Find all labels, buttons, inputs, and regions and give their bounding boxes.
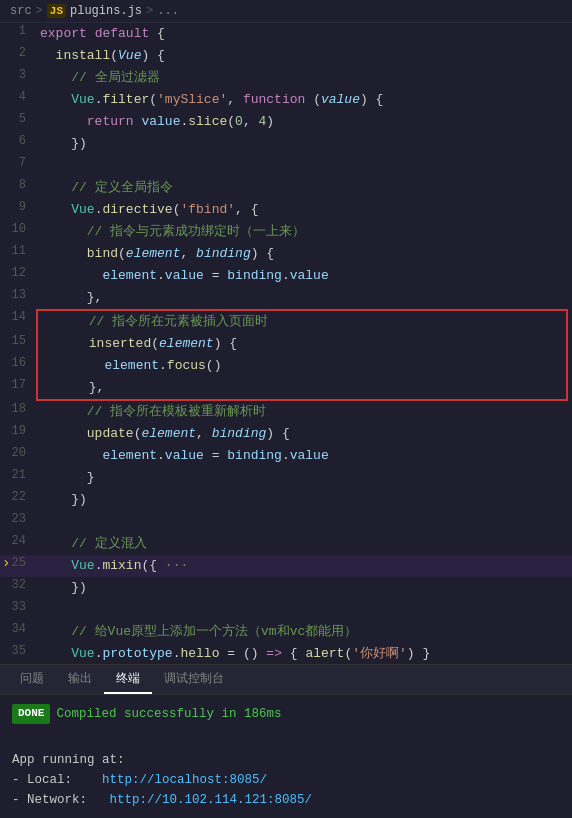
code-line-4: 4 Vue.filter('mySlice', function (value)… (0, 89, 572, 111)
code-line-10: 10 // 指令与元素成功绑定时（一上来） (0, 221, 572, 243)
breadcrumb-filename: plugins.js (70, 4, 142, 18)
line-content-10: // 指令与元素成功绑定时（一上来） (36, 221, 572, 243)
code-line-12: 12 element.value = binding.value (0, 265, 572, 287)
code-line-8: 8 // 定义全局指令 (0, 177, 572, 199)
code-line-34: 34 // 给Vue原型上添加一个方法（vm和vc都能用） (0, 621, 572, 643)
code-line-15: 15 inserted(element) { (0, 333, 572, 355)
code-line-18: 18 // 指令所在模板被重新解析时 (0, 401, 572, 423)
line-num-35: 35 (0, 643, 36, 664)
line-content-7 (36, 155, 572, 177)
tab-terminal[interactable]: 终端 (104, 665, 152, 694)
line-num-21: 21 (0, 467, 36, 489)
breadcrumb-sep1: > (36, 4, 43, 18)
line-content-1: export default { (36, 23, 572, 45)
network-label: - Network: (12, 793, 87, 807)
success-message: Compiled successfully in 186ms (56, 704, 281, 724)
breadcrumb: src > JS plugins.js > ... (0, 0, 572, 23)
line-content-3: // 全局过滤器 (36, 67, 572, 89)
line-content-32: }) (36, 577, 572, 599)
line-num-6: 6 (0, 133, 36, 155)
line-content-5: return value.slice(0, 4) (36, 111, 572, 133)
line-num-32: 32 (0, 577, 36, 599)
line-num-12: 12 (0, 265, 36, 287)
code-line-16: 16 element.focus() (0, 355, 572, 377)
line-content-16: element.focus() (36, 355, 568, 377)
line-num-20: 20 (0, 445, 36, 467)
line-content-4: Vue.filter('mySlice', function (value) { (36, 89, 572, 111)
done-badge: DONE (12, 704, 50, 724)
breadcrumb-src: src (10, 4, 32, 18)
line-num-19: 19 (0, 423, 36, 445)
line-num-13: 13 (0, 287, 36, 309)
line-num-16: 16 (0, 355, 36, 377)
breadcrumb-dots: ... (157, 4, 179, 18)
line-content-9: Vue.directive('fbind', { (36, 199, 572, 221)
line-num-17: 17 (0, 377, 36, 401)
line-content-21: } (36, 467, 572, 489)
code-line-2: 2 install(Vue) { (0, 45, 572, 67)
network-spacer (95, 793, 103, 807)
line-num-10: 10 (0, 221, 36, 243)
tab-debug-console[interactable]: 调试控制台 (152, 665, 236, 694)
tab-problems[interactable]: 问题 (8, 665, 56, 694)
network-url-line: - Network: http://10.102.114.121:8085/ (12, 790, 560, 810)
line-content-14: // 指令所在元素被插入页面时 (36, 309, 568, 333)
code-line-24: 24 // 定义混入 (0, 533, 572, 555)
code-line-23: 23 (0, 511, 572, 533)
line-content-11: bind(element, binding) { (36, 243, 572, 265)
line-num-24: 24 (0, 533, 36, 555)
code-line-25: 25 Vue.mixin({ ··· (0, 555, 572, 577)
code-line-13: 13 }, (0, 287, 572, 309)
line-num-22: 22 (0, 489, 36, 511)
line-num-18: 18 (0, 401, 36, 423)
panel-tabs: 问题 输出 终端 调试控制台 (0, 665, 572, 695)
code-line-32: 32 }) (0, 577, 572, 599)
line-num-8: 8 (0, 177, 36, 199)
line-num-15: 15 (0, 333, 36, 355)
code-line-1: 1 export default { (0, 23, 572, 45)
line-content-24: // 定义混入 (36, 533, 572, 555)
tab-output[interactable]: 输出 (56, 665, 104, 694)
line-num-34: 34 (0, 621, 36, 643)
code-line-5: 5 return value.slice(0, 4) (0, 111, 572, 133)
running-at-line: App running at: (12, 750, 560, 770)
code-line-19: 19 update(element, binding) { (0, 423, 572, 445)
code-line-9: 9 Vue.directive('fbind', { (0, 199, 572, 221)
code-line-6: 6 }) (0, 133, 572, 155)
line-content-2: install(Vue) { (36, 45, 572, 67)
js-icon: JS (47, 4, 66, 18)
line-content-6: }) (36, 133, 572, 155)
code-editor[interactable]: 1 export default { 2 install(Vue) { 3 //… (0, 23, 572, 664)
line-num-5: 5 (0, 111, 36, 133)
code-line-35: 35 Vue.prototype.hello = () => { alert('… (0, 643, 572, 664)
line-content-13: }, (36, 287, 572, 309)
code-line-21: 21 } (0, 467, 572, 489)
bottom-panel: 问题 输出 终端 调试控制台 DONE Compiled successfull… (0, 664, 572, 818)
code-line-22: 22 }) (0, 489, 572, 511)
running-label: App running at: (12, 753, 125, 767)
line-content-22: }) (36, 489, 572, 511)
line-num-33: 33 (0, 599, 36, 621)
line-num-7: 7 (0, 155, 36, 177)
line-content-33 (36, 599, 572, 621)
code-line-11: 11 bind(element, binding) { (0, 243, 572, 265)
line-content-20: element.value = binding.value (36, 445, 572, 467)
local-url[interactable]: http://localhost:8085/ (102, 773, 267, 787)
line-content-18: // 指令所在模板被重新解析时 (36, 401, 572, 423)
line-num-14: 14 (0, 309, 36, 333)
line-num-1: 1 (0, 23, 36, 45)
line-content-34: // 给Vue原型上添加一个方法（vm和vc都能用） (36, 621, 572, 643)
line-content-23 (36, 511, 572, 533)
network-url[interactable]: http://10.102.114.121:8085/ (110, 793, 313, 807)
local-label: - Local: (12, 773, 72, 787)
code-line-14: 14 // 指令所在元素被插入页面时 (0, 309, 572, 333)
line-content-17: }, (36, 377, 568, 401)
line-content-15: inserted(element) { (36, 333, 568, 355)
line-content-19: update(element, binding) { (36, 423, 572, 445)
local-spacer (80, 773, 95, 787)
terminal-content[interactable]: DONE Compiled successfully in 186ms App … (0, 695, 572, 818)
line-content-12: element.value = binding.value (36, 265, 572, 287)
code-line-7: 7 (0, 155, 572, 177)
line-num-11: 11 (0, 243, 36, 265)
breadcrumb-sep2: > (146, 4, 153, 18)
